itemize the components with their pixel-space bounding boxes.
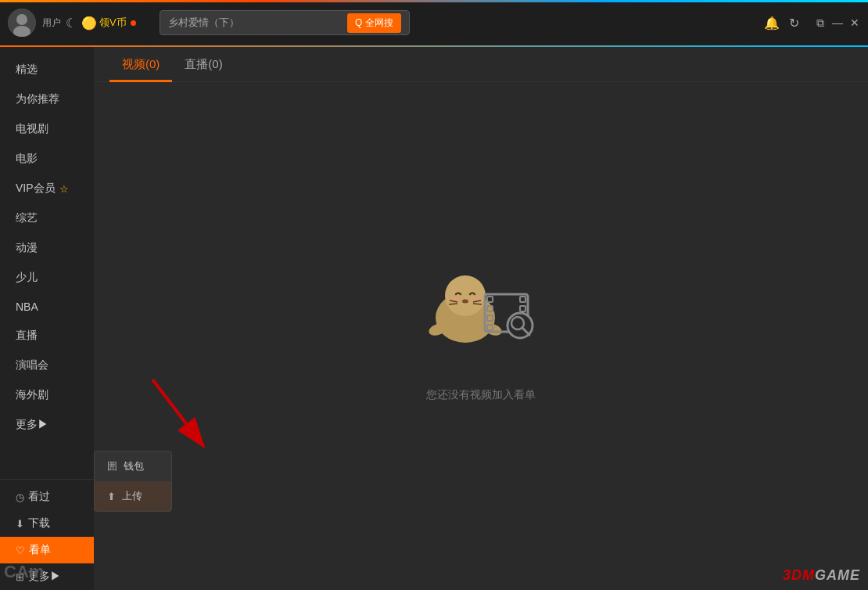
moon-icon: ☾ [66, 16, 77, 31]
sidebar-item-kids[interactable]: 少儿 [0, 263, 94, 293]
download-icon: ⬇ [16, 518, 24, 530]
close-button[interactable]: ✕ [849, 17, 860, 28]
svg-point-1 [16, 14, 27, 25]
search-bar: 乡村爱情（下） Q 全网搜 [160, 10, 410, 35]
sidebar-label-vip: VIP会员 [16, 182, 56, 196]
svg-rect-16 [487, 306, 493, 311]
watermark: 3DMGAME [783, 567, 860, 584]
svg-rect-15 [487, 297, 493, 302]
window-controls: ⧉ — ✕ [815, 17, 860, 28]
sidebar-item-history[interactable]: ◷ 看过 [0, 484, 94, 510]
popup-upload-label: 上传 [122, 489, 142, 503]
title-top-border [0, 0, 868, 2]
titlebar: 用户 ☾ 🟡 领V币 乡村爱情（下） Q 全网搜 🔔 ↻ ⧉ — ✕ [0, 0, 868, 47]
sidebar-item-vip[interactable]: VIP会员 ☆ [0, 174, 94, 203]
sidebar-label-download: 下载 [28, 516, 50, 531]
tab-video[interactable]: 视频(0) [109, 49, 172, 82]
bottom-cam-text: CAm [4, 562, 44, 582]
minimize-button[interactable]: — [832, 17, 843, 28]
sidebar-label-movie: 电影 [16, 152, 38, 166]
sidebar-item-live[interactable]: 直播 [0, 321, 94, 351]
svg-point-11 [462, 299, 468, 303]
vcoin-label: 领V币 [99, 16, 127, 30]
svg-point-4 [445, 275, 486, 316]
watchlist-icon: ♡ [16, 545, 25, 556]
sidebar-label-recommended: 为你推荐 [16, 92, 59, 106]
popup-menu: 囲 钱包 ⬆ 上传 [94, 451, 172, 512]
empty-state: 您还没有视频加入看单 [94, 82, 868, 590]
sidebar-item-concert[interactable]: 演唱会 [0, 351, 94, 380]
sidebar-item-movie[interactable]: 电影 [0, 144, 94, 174]
sidebar-item-download[interactable]: ⬇ 下载 [0, 510, 94, 537]
sidebar-label-nba: NBA [16, 300, 38, 313]
sidebar-item-nba[interactable]: NBA [0, 293, 94, 321]
notification-icon[interactable]: 🔔 [764, 16, 780, 31]
watermark-mgame: GAME [815, 567, 860, 583]
vcoin-button[interactable]: 🟡 领V币 [81, 16, 136, 31]
search-button[interactable]: Q 全网搜 [347, 13, 401, 33]
popup-menu-item-wallet[interactable]: 囲 钱包 [95, 451, 171, 481]
sidebar-label-watchlist: 看单 [29, 543, 51, 557]
svg-rect-17 [487, 315, 493, 321]
popup-menu-item-upload[interactable]: ⬆ 上传 [95, 481, 171, 511]
sidebar-item-tv[interactable]: 电视剧 [0, 114, 94, 144]
watermark-3d: 3DM [783, 567, 815, 583]
empty-illustration [418, 271, 543, 372]
restore-button[interactable]: ⧉ [815, 17, 826, 28]
sidebar-label-featured: 精选 [16, 63, 38, 77]
coin-icon: 🟡 [81, 16, 97, 31]
upload-icon: ⬆ [107, 491, 116, 502]
vcoin-notification-dot [131, 20, 136, 26]
search-text[interactable]: 乡村爱情（下） [168, 16, 347, 30]
wallet-icon: 囲 [107, 459, 117, 473]
sidebar-item-featured[interactable]: 精选 [0, 55, 94, 85]
tab-live[interactable]: 直播(0) [172, 49, 235, 82]
sidebar-item-anime[interactable]: 动漫 [0, 233, 94, 263]
sidebar-item-overseas[interactable]: 海外剧 [0, 380, 94, 410]
tab-video-label: 视频(0) [122, 57, 160, 70]
sidebar-label-overseas: 海外剧 [16, 388, 48, 402]
avatar[interactable] [8, 9, 36, 37]
refresh-icon[interactable]: ↻ [789, 16, 799, 31]
content-area: 视频(0) 直播(0) [94, 47, 868, 590]
film-search-svg [481, 286, 543, 349]
sidebar-label-kids: 少儿 [16, 271, 38, 285]
sidebar-label-anime: 动漫 [16, 241, 38, 255]
sidebar-label-more: 更多▶ [16, 418, 48, 432]
sidebar: 精选 为你推荐 电视剧 电影 VIP会员 ☆ 综艺 动漫 少儿 NBA 直播 [0, 47, 94, 590]
tab-live-label: 直播(0) [185, 57, 222, 70]
sidebar-item-variety[interactable]: 综艺 [0, 203, 94, 233]
sidebar-label-concert: 演唱会 [16, 358, 48, 372]
tabs: 视频(0) 直播(0) [94, 47, 868, 82]
user-info: 用户 ☾ 🟡 领V币 [42, 16, 136, 31]
sidebar-label-live: 直播 [16, 329, 38, 343]
username: 用户 [42, 16, 61, 30]
empty-message: 您还没有视频加入看单 [426, 388, 536, 402]
sidebar-item-recommended[interactable]: 为你推荐 [0, 85, 94, 114]
svg-rect-18 [487, 325, 493, 330]
svg-line-8 [449, 304, 457, 304]
vip-star-icon: ☆ [59, 183, 69, 195]
svg-rect-20 [520, 306, 525, 311]
sidebar-item-watchlist[interactable]: ♡ 看单 [0, 537, 94, 563]
svg-rect-19 [520, 297, 525, 302]
sidebar-item-more[interactable]: 更多▶ [0, 410, 94, 440]
sidebar-label-variety: 综艺 [16, 211, 38, 225]
search-btn-label: Q 全网搜 [355, 16, 393, 30]
titlebar-actions: 🔔 ↻ ⧉ — ✕ [764, 16, 860, 31]
popup-wallet-label: 钱包 [124, 459, 144, 473]
sidebar-spacer [0, 440, 94, 479]
history-icon: ◷ [16, 491, 24, 503]
sidebar-label-history: 看过 [28, 490, 50, 504]
sidebar-label-tv: 电视剧 [16, 122, 48, 136]
